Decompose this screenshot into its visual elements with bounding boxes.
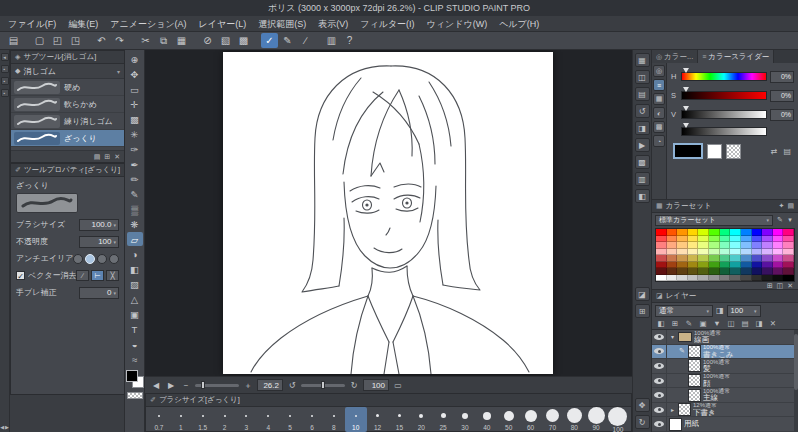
vector-erase-checkbox[interactable]: ✓ xyxy=(16,271,25,280)
overflow-panel-icon[interactable]: ▥ xyxy=(635,172,650,186)
blend-mode-select[interactable]: 通常 ▾ xyxy=(655,305,713,317)
brush-size-8[interactable]: 8 xyxy=(323,407,345,432)
brush-size-60[interactable]: 60 xyxy=(520,407,542,432)
navigator-panel-icon[interactable]: ▦ xyxy=(635,53,650,67)
menu-window[interactable]: ウィンドウ(W) xyxy=(421,16,494,32)
palette-gray-swatch[interactable] xyxy=(720,275,731,282)
edit-colorset-icon[interactable]: ✎ xyxy=(775,216,785,224)
brush-size-90[interactable]: 90 xyxy=(585,407,607,432)
layer-visibility-icon[interactable] xyxy=(654,421,664,427)
layer-property-panel-icon[interactable]: ◪ xyxy=(635,287,650,301)
brush-size-6[interactable]: 6 xyxy=(301,407,323,432)
brush-size-50[interactable]: 50 xyxy=(498,407,520,432)
tab-color-wheel[interactable]: ◎ カラー... xyxy=(652,50,698,63)
color-slider-v[interactable] xyxy=(681,110,767,119)
brush-size-40[interactable]: 40 xyxy=(476,407,498,432)
blend-tool-icon[interactable]: ◑ xyxy=(127,247,143,261)
antialias-strong-button[interactable] xyxy=(109,254,119,264)
rotate-left-icon[interactable]: ↺ xyxy=(286,381,298,390)
menu-help[interactable]: ヘルプ(H) xyxy=(493,16,545,32)
panel-layout-icon[interactable]: ▤ xyxy=(5,33,22,48)
brush-size-25[interactable]: 25 xyxy=(432,407,454,432)
subtool-group-eraser[interactable]: ◆消しゴム▾ xyxy=(11,64,124,79)
delete-subtool-icon[interactable]: ✕ xyxy=(114,153,120,161)
layer-row-3[interactable]: 100%通常顔 xyxy=(652,374,794,389)
workspace-slot-icon-2[interactable]: ▪ xyxy=(1,77,9,85)
vector-snap-icon[interactable]: ∕ xyxy=(297,33,314,48)
colorset-menu-icon[interactable]: ▤ xyxy=(787,202,794,210)
gradient-tool-icon[interactable]: ▨ xyxy=(127,277,143,291)
layer-scrollbar-thumb[interactable] xyxy=(794,334,798,390)
merge-down-icon[interactable]: ▼ xyxy=(711,319,723,328)
pen-tool-icon[interactable]: ✒ xyxy=(127,157,143,171)
canvas-area[interactable] xyxy=(145,50,632,376)
antialias-none-button[interactable] xyxy=(73,254,83,264)
color-history-icon[interactable]: ◔ xyxy=(653,135,665,147)
brush-size-70[interactable]: 70 xyxy=(541,407,563,432)
workspace-slot-icon-3[interactable]: ▪ xyxy=(1,89,9,97)
selection-tool-icon[interactable]: ▩ xyxy=(127,112,143,126)
copy-icon[interactable]: ⧉ xyxy=(155,33,172,48)
layer-row-1[interactable]: ✎100%通常書きこみ xyxy=(652,345,794,360)
folder-collapsed-icon[interactable]: ▸ xyxy=(669,406,676,413)
layer-row-4[interactable]: 100%通常主線 xyxy=(652,388,794,403)
line-correct-tool-icon[interactable]: ≈ xyxy=(127,352,143,366)
palette-gray-swatch[interactable] xyxy=(677,275,688,282)
new-vector-layer-icon[interactable]: ✎ xyxy=(683,319,695,328)
approximate-color-icon[interactable]: ▩ xyxy=(653,121,665,133)
canvas[interactable] xyxy=(223,52,553,374)
move-tool-icon[interactable]: ✥ xyxy=(127,67,143,81)
stabilize-input[interactable]: 0 ▾ xyxy=(79,287,119,299)
brush-size-input[interactable]: 100.0 ▾ xyxy=(79,219,119,231)
slider-value-v[interactable]: 0% xyxy=(770,109,794,121)
antialias-middle-button[interactable] xyxy=(97,254,107,264)
brush-size-20[interactable]: 20 xyxy=(410,407,432,432)
layer-visibility-icon[interactable] xyxy=(654,378,664,384)
palette-gray-swatch[interactable] xyxy=(688,275,699,282)
auto-select-tool-icon[interactable]: ✳ xyxy=(127,127,143,141)
layer-row-5[interactable]: ▸12%通常下書き xyxy=(652,403,794,418)
brush-size-2[interactable]: 2 xyxy=(214,407,236,432)
snap-ruler-icon[interactable]: ✓ xyxy=(261,33,278,48)
brush-size-10[interactable]: 10 xyxy=(345,407,367,432)
brush-size-1-5[interactable]: 1.5 xyxy=(192,407,214,432)
undo-icon[interactable]: ↶ xyxy=(93,33,110,48)
menu-file[interactable]: ファイル(F) xyxy=(2,16,62,32)
subtool-item-3[interactable]: ざっくり xyxy=(11,130,124,147)
subtool-item-1[interactable]: 軟らかめ xyxy=(11,96,124,113)
palette-gray-swatch[interactable] xyxy=(741,275,752,282)
zoom-out-icon[interactable]: − xyxy=(180,381,192,390)
menu-view[interactable]: 表示(V) xyxy=(312,16,354,32)
menu-selection[interactable]: 選択範囲(S) xyxy=(252,16,312,32)
gray-scale-slider[interactable] xyxy=(681,127,767,136)
subtool-item-2[interactable]: 練り消しゴム xyxy=(11,113,124,130)
rotation-value[interactable]: 100 xyxy=(363,379,389,391)
brush-size-100[interactable]: 100 xyxy=(607,407,629,432)
layer-scrollbar[interactable] xyxy=(794,330,798,432)
colorset-wrench-icon[interactable]: ✦ xyxy=(779,202,785,210)
zoom-value[interactable]: 26.2 xyxy=(257,379,283,391)
add-color-icon[interactable]: ⊞ xyxy=(767,282,773,290)
collapse-left-dock-icon[interactable]: ◂ xyxy=(1,53,9,61)
palette-gray-swatch[interactable] xyxy=(762,275,773,282)
figure-tool-icon[interactable]: △ xyxy=(127,292,143,306)
eyedropper-tool-icon[interactable]: ✑ xyxy=(127,142,143,156)
palette-gray-swatch[interactable] xyxy=(709,275,720,282)
frame-tool-icon[interactable]: ▣ xyxy=(127,307,143,321)
tone-scale-panel-icon[interactable]: ▩ xyxy=(635,155,650,169)
switch-colors-icon[interactable]: ⇄ xyxy=(770,147,779,156)
selection-border-icon[interactable]: ▩ xyxy=(235,33,252,48)
auto-action-panel-icon[interactable]: ▶ xyxy=(635,138,650,152)
balloon-tool-icon[interactable]: ◒ xyxy=(127,337,143,351)
transparent-color-swatch[interactable] xyxy=(127,392,143,399)
erase-intersection-icon[interactable]: ⊢ xyxy=(91,270,104,281)
grab-view-icon[interactable]: ✥ xyxy=(635,398,650,412)
menu-filter[interactable]: フィルター(I) xyxy=(354,16,420,32)
brush-size-3[interactable]: 3 xyxy=(235,407,257,432)
operation-tool-icon[interactable]: ▭ xyxy=(127,82,143,96)
brush-size-0-7[interactable]: 0.7 xyxy=(148,407,170,432)
layer-mask-icon[interactable]: ◫ xyxy=(725,319,737,328)
eraser-tool-icon[interactable]: ▱ xyxy=(127,232,143,246)
layer-row-2[interactable]: 100%通常髪 xyxy=(652,359,794,374)
history-panel-icon[interactable]: ↺ xyxy=(635,104,650,118)
